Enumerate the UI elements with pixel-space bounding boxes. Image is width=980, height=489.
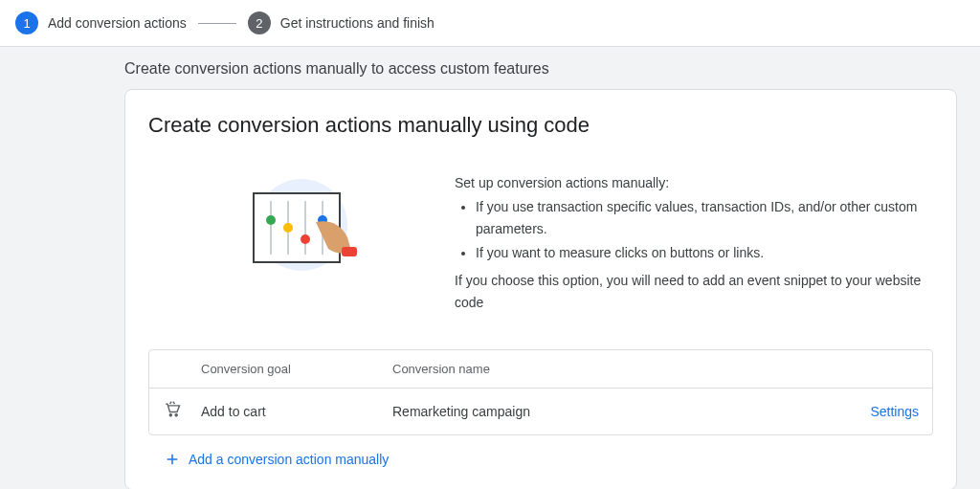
card-title: Create conversion actions manually using… bbox=[148, 113, 933, 138]
bullet-2: If you want to measure clicks on buttons… bbox=[476, 242, 933, 264]
conversion-table: Conversion goal Conversion name Add to c… bbox=[148, 349, 933, 435]
settings-link[interactable]: Settings bbox=[823, 404, 919, 419]
illustration bbox=[225, 172, 397, 315]
stepper: 1 Add conversion actions 2 Get instructi… bbox=[0, 0, 980, 47]
main-card: Create conversion actions manually using… bbox=[124, 89, 957, 489]
step-1[interactable]: 1 Add conversion actions bbox=[15, 11, 187, 34]
table-header: Conversion goal Conversion name bbox=[149, 350, 932, 389]
table-row: Add to cart Remarketing campaign Setting… bbox=[149, 389, 932, 434]
add-conversion-action[interactable]: Add a conversion action manually bbox=[148, 451, 933, 468]
svg-point-8 bbox=[301, 234, 310, 244]
step-connector bbox=[198, 23, 236, 24]
svg-rect-10 bbox=[342, 247, 357, 256]
cell-name: Remarketing campaign bbox=[392, 404, 823, 419]
step-2-label: Get instructions and finish bbox=[280, 15, 434, 31]
description: Set up conversion actions manually: If y… bbox=[455, 172, 933, 315]
note-text: If you choose this option, you will need… bbox=[455, 270, 933, 314]
cart-icon bbox=[163, 400, 201, 422]
col-name: Conversion name bbox=[392, 362, 823, 376]
intro-text: Set up conversion actions manually: bbox=[455, 172, 933, 194]
step-2[interactable]: 2 Get instructions and finish bbox=[248, 11, 434, 34]
svg-point-12 bbox=[175, 414, 177, 416]
plus-icon bbox=[164, 451, 181, 468]
step-1-circle: 1 bbox=[15, 11, 38, 34]
cell-goal: Add to cart bbox=[201, 404, 392, 419]
add-action-label: Add a conversion action manually bbox=[189, 452, 389, 467]
bullet-1: If you use transaction specific values, … bbox=[476, 196, 933, 240]
col-goal: Conversion goal bbox=[201, 362, 392, 376]
step-2-circle: 2 bbox=[248, 11, 271, 34]
svg-point-6 bbox=[266, 215, 276, 225]
page-subtitle: Create conversion actions manually to ac… bbox=[0, 47, 980, 89]
svg-point-11 bbox=[169, 414, 171, 416]
step-1-label: Add conversion actions bbox=[48, 15, 187, 31]
svg-point-7 bbox=[283, 223, 293, 233]
